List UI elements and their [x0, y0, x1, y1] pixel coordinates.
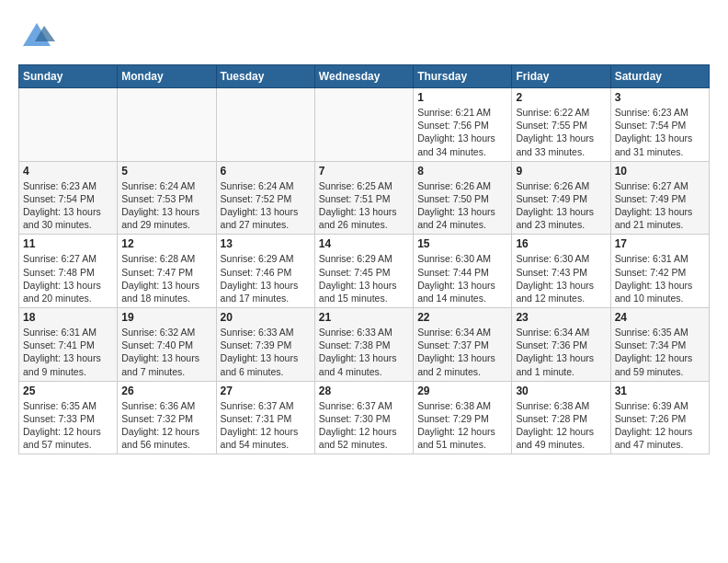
- day-number: 13: [221, 237, 311, 250]
- day-number: 21: [319, 311, 409, 324]
- calendar-cell: 21Sunrise: 6:33 AM Sunset: 7:38 PM Dayli…: [314, 308, 413, 382]
- day-number: 11: [23, 237, 113, 250]
- calendar-cell: 9Sunrise: 6:26 AM Sunset: 7:49 PM Daylig…: [512, 161, 610, 235]
- calendar-cell: 4Sunrise: 6:23 AM Sunset: 7:54 PM Daylig…: [19, 161, 118, 235]
- day-info: Sunrise: 6:34 AM Sunset: 7:37 PM Dayligh…: [417, 326, 507, 378]
- day-number: 17: [615, 237, 705, 250]
- day-number: 20: [221, 311, 311, 324]
- calendar-cell: 7Sunrise: 6:25 AM Sunset: 7:51 PM Daylig…: [314, 161, 413, 235]
- day-info: Sunrise: 6:23 AM Sunset: 7:54 PM Dayligh…: [615, 106, 705, 158]
- day-number: 6: [221, 165, 311, 178]
- day-number: 29: [417, 385, 507, 397]
- calendar-cell: 2Sunrise: 6:22 AM Sunset: 7:55 PM Daylig…: [512, 88, 610, 162]
- calendar-week-3: 18Sunrise: 6:31 AM Sunset: 7:41 PM Dayli…: [19, 308, 710, 382]
- day-info: Sunrise: 6:36 AM Sunset: 7:32 PM Dayligh…: [121, 399, 211, 452]
- calendar-cell: 29Sunrise: 6:38 AM Sunset: 7:29 PM Dayli…: [414, 381, 512, 454]
- day-info: Sunrise: 6:27 AM Sunset: 7:49 PM Dayligh…: [615, 179, 705, 232]
- calendar-week-0: 1Sunrise: 6:21 AM Sunset: 7:56 PM Daylig…: [19, 88, 710, 162]
- day-info: Sunrise: 6:38 AM Sunset: 7:28 PM Dayligh…: [516, 399, 606, 452]
- day-info: Sunrise: 6:25 AM Sunset: 7:51 PM Dayligh…: [319, 179, 409, 232]
- weekday-header-thursday: Thursday: [414, 65, 512, 88]
- day-number: 25: [23, 385, 113, 397]
- day-number: 10: [615, 165, 705, 178]
- day-info: Sunrise: 6:29 AM Sunset: 7:45 PM Dayligh…: [319, 252, 409, 304]
- day-info: Sunrise: 6:24 AM Sunset: 7:52 PM Dayligh…: [221, 179, 311, 232]
- day-number: 3: [615, 91, 705, 104]
- day-number: 12: [121, 237, 211, 250]
- calendar-cell: [19, 88, 118, 162]
- day-number: 24: [615, 311, 705, 324]
- day-number: 14: [319, 237, 409, 250]
- day-info: Sunrise: 6:33 AM Sunset: 7:38 PM Dayligh…: [319, 326, 409, 378]
- calendar-cell: 3Sunrise: 6:23 AM Sunset: 7:54 PM Daylig…: [610, 88, 709, 162]
- day-info: Sunrise: 6:24 AM Sunset: 7:53 PM Dayligh…: [121, 179, 211, 232]
- calendar-cell: 22Sunrise: 6:34 AM Sunset: 7:37 PM Dayli…: [414, 308, 512, 382]
- day-info: Sunrise: 6:23 AM Sunset: 7:54 PM Dayligh…: [23, 179, 113, 232]
- day-number: 30: [516, 385, 606, 397]
- day-number: 1: [417, 91, 507, 104]
- day-number: 7: [319, 165, 409, 178]
- day-info: Sunrise: 6:26 AM Sunset: 7:49 PM Dayligh…: [516, 179, 606, 232]
- day-info: Sunrise: 6:28 AM Sunset: 7:47 PM Dayligh…: [121, 252, 211, 304]
- day-info: Sunrise: 6:35 AM Sunset: 7:34 PM Dayligh…: [615, 326, 705, 378]
- day-info: Sunrise: 6:27 AM Sunset: 7:48 PM Dayligh…: [23, 252, 113, 304]
- calendar-cell: [314, 88, 413, 162]
- day-info: Sunrise: 6:30 AM Sunset: 7:43 PM Dayligh…: [516, 252, 606, 304]
- calendar-header-row: SundayMondayTuesdayWednesdayThursdayFrid…: [19, 65, 710, 88]
- day-number: 8: [417, 165, 507, 178]
- calendar-cell: 18Sunrise: 6:31 AM Sunset: 7:41 PM Dayli…: [19, 308, 118, 382]
- calendar-week-2: 11Sunrise: 6:27 AM Sunset: 7:48 PM Dayli…: [19, 235, 710, 308]
- day-info: Sunrise: 6:39 AM Sunset: 7:26 PM Dayligh…: [615, 399, 705, 452]
- weekday-header-wednesday: Wednesday: [314, 65, 413, 88]
- day-number: 2: [516, 91, 606, 104]
- day-number: 5: [121, 165, 211, 178]
- day-info: Sunrise: 6:29 AM Sunset: 7:46 PM Dayligh…: [221, 252, 311, 304]
- calendar-cell: 14Sunrise: 6:29 AM Sunset: 7:45 PM Dayli…: [314, 235, 413, 308]
- day-info: Sunrise: 6:37 AM Sunset: 7:31 PM Dayligh…: [221, 399, 311, 452]
- calendar-cell: 16Sunrise: 6:30 AM Sunset: 7:43 PM Dayli…: [512, 235, 610, 308]
- calendar-table: SundayMondayTuesdayWednesdayThursdayFrid…: [18, 64, 710, 454]
- calendar-cell: 26Sunrise: 6:36 AM Sunset: 7:32 PM Dayli…: [118, 381, 216, 454]
- calendar-cell: 10Sunrise: 6:27 AM Sunset: 7:49 PM Dayli…: [610, 161, 709, 235]
- calendar-week-4: 25Sunrise: 6:35 AM Sunset: 7:33 PM Dayli…: [19, 381, 710, 454]
- calendar-cell: [118, 88, 216, 162]
- day-number: 26: [121, 385, 211, 397]
- day-info: Sunrise: 6:32 AM Sunset: 7:40 PM Dayligh…: [121, 326, 211, 378]
- day-info: Sunrise: 6:33 AM Sunset: 7:39 PM Dayligh…: [221, 326, 311, 378]
- day-number: 15: [417, 237, 507, 250]
- calendar-cell: 19Sunrise: 6:32 AM Sunset: 7:40 PM Dayli…: [118, 308, 216, 382]
- day-number: 9: [516, 165, 606, 178]
- day-number: 23: [516, 311, 606, 324]
- day-number: 16: [516, 237, 606, 250]
- logo: [18, 18, 59, 55]
- calendar-cell: 5Sunrise: 6:24 AM Sunset: 7:53 PM Daylig…: [118, 161, 216, 235]
- day-number: 22: [417, 311, 507, 324]
- calendar-cell: 11Sunrise: 6:27 AM Sunset: 7:48 PM Dayli…: [19, 235, 118, 308]
- day-number: 31: [615, 385, 705, 397]
- logo-icon: [18, 18, 55, 55]
- weekday-header-saturday: Saturday: [610, 65, 709, 88]
- calendar-cell: 28Sunrise: 6:37 AM Sunset: 7:30 PM Dayli…: [314, 381, 413, 454]
- day-info: Sunrise: 6:26 AM Sunset: 7:50 PM Dayligh…: [417, 179, 507, 232]
- day-number: 4: [23, 165, 113, 178]
- weekday-header-sunday: Sunday: [19, 65, 118, 88]
- day-info: Sunrise: 6:35 AM Sunset: 7:33 PM Dayligh…: [23, 399, 113, 452]
- day-info: Sunrise: 6:34 AM Sunset: 7:36 PM Dayligh…: [516, 326, 606, 378]
- day-info: Sunrise: 6:38 AM Sunset: 7:29 PM Dayligh…: [417, 399, 507, 452]
- day-info: Sunrise: 6:30 AM Sunset: 7:44 PM Dayligh…: [417, 252, 507, 304]
- day-number: 18: [23, 311, 113, 324]
- weekday-header-tuesday: Tuesday: [216, 65, 314, 88]
- calendar-cell: 1Sunrise: 6:21 AM Sunset: 7:56 PM Daylig…: [414, 88, 512, 162]
- calendar-cell: 12Sunrise: 6:28 AM Sunset: 7:47 PM Dayli…: [118, 235, 216, 308]
- day-info: Sunrise: 6:31 AM Sunset: 7:41 PM Dayligh…: [23, 326, 113, 378]
- day-number: 28: [319, 385, 409, 397]
- calendar-cell: [216, 88, 314, 162]
- day-info: Sunrise: 6:21 AM Sunset: 7:56 PM Dayligh…: [417, 106, 507, 158]
- day-info: Sunrise: 6:37 AM Sunset: 7:30 PM Dayligh…: [319, 399, 409, 452]
- calendar-cell: 23Sunrise: 6:34 AM Sunset: 7:36 PM Dayli…: [512, 308, 610, 382]
- calendar-cell: 20Sunrise: 6:33 AM Sunset: 7:39 PM Dayli…: [216, 308, 314, 382]
- calendar-cell: 24Sunrise: 6:35 AM Sunset: 7:34 PM Dayli…: [610, 308, 709, 382]
- calendar-cell: 8Sunrise: 6:26 AM Sunset: 7:50 PM Daylig…: [414, 161, 512, 235]
- page-header: [18, 18, 710, 55]
- weekday-header-monday: Monday: [118, 65, 216, 88]
